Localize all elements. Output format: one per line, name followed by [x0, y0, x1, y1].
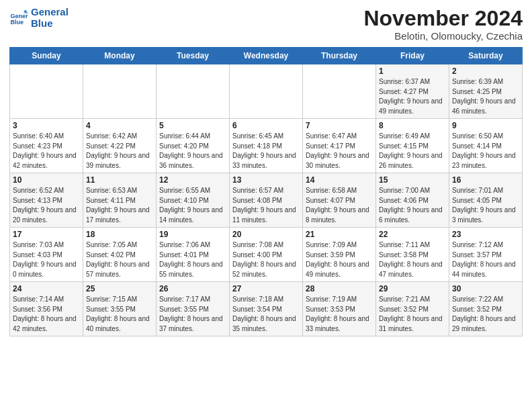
weekday-header-thursday: Thursday: [303, 48, 376, 64]
day-number: 13: [232, 175, 300, 185]
day-number: 5: [159, 121, 226, 130]
day-number: 18: [86, 230, 153, 239]
day-number: 16: [452, 175, 519, 185]
day-number: 1: [379, 66, 446, 76]
day-info: Sunrise: 7:05 AM Sunset: 4:02 PM Dayligh…: [86, 240, 153, 279]
day-info: Sunrise: 6:42 AM Sunset: 4:22 PM Dayligh…: [86, 132, 153, 171]
calendar-subtitle: Belotin, Olomoucky, Czechia: [363, 30, 523, 42]
calendar-cell: [157, 64, 230, 119]
day-number: 15: [379, 175, 446, 185]
day-info: Sunrise: 6:55 AM Sunset: 4:10 PM Dayligh…: [159, 186, 226, 225]
calendar-cell: 22Sunrise: 7:11 AM Sunset: 3:58 PM Dayli…: [376, 228, 449, 282]
day-number: 6: [232, 121, 300, 130]
day-info: Sunrise: 7:11 AM Sunset: 3:58 PM Dayligh…: [379, 240, 446, 279]
calendar-cell: 19Sunrise: 7:06 AM Sunset: 4:01 PM Dayli…: [157, 228, 230, 282]
calendar-cell: 17Sunrise: 7:03 AM Sunset: 4:03 PM Dayli…: [10, 228, 83, 282]
calendar-cell: 12Sunrise: 6:55 AM Sunset: 4:10 PM Dayli…: [157, 173, 230, 228]
weekday-header-sunday: Sunday: [10, 48, 83, 64]
day-number: 24: [13, 284, 80, 293]
calendar-cell: 4Sunrise: 6:42 AM Sunset: 4:22 PM Daylig…: [83, 119, 157, 173]
day-info: Sunrise: 7:15 AM Sunset: 3:55 PM Dayligh…: [86, 295, 153, 334]
header: General Blue General Blue November 2024 …: [9, 7, 523, 42]
day-info: Sunrise: 7:22 AM Sunset: 3:52 PM Dayligh…: [452, 295, 519, 334]
calendar-cell: 7Sunrise: 6:47 AM Sunset: 4:17 PM Daylig…: [303, 119, 376, 173]
calendar-cell: 29Sunrise: 7:21 AM Sunset: 3:52 PM Dayli…: [376, 282, 449, 336]
calendar-week-row: 24Sunrise: 7:14 AM Sunset: 3:56 PM Dayli…: [10, 282, 523, 336]
calendar-cell: 30Sunrise: 7:22 AM Sunset: 3:52 PM Dayli…: [449, 282, 523, 336]
day-number: 12: [159, 175, 226, 185]
calendar-cell: 25Sunrise: 7:15 AM Sunset: 3:55 PM Dayli…: [83, 282, 157, 336]
day-number: 23: [452, 230, 519, 239]
calendar-week-row: 17Sunrise: 7:03 AM Sunset: 4:03 PM Dayli…: [10, 228, 523, 282]
day-info: Sunrise: 7:01 AM Sunset: 4:05 PM Dayligh…: [452, 186, 519, 225]
calendar-title: November 2024: [363, 7, 523, 30]
day-info: Sunrise: 6:49 AM Sunset: 4:15 PM Dayligh…: [379, 132, 446, 171]
day-info: Sunrise: 7:21 AM Sunset: 3:52 PM Dayligh…: [379, 295, 446, 334]
calendar-cell: [83, 64, 157, 119]
day-info: Sunrise: 7:17 AM Sunset: 3:55 PM Dayligh…: [159, 295, 226, 334]
weekday-header-wednesday: Wednesday: [230, 48, 303, 64]
calendar-cell: 23Sunrise: 7:12 AM Sunset: 3:57 PM Dayli…: [449, 228, 523, 282]
weekday-header-friday: Friday: [376, 48, 449, 64]
day-number: 8: [379, 121, 446, 130]
calendar-cell: [303, 64, 376, 119]
title-area: November 2024 Belotin, Olomoucky, Czechi…: [363, 7, 523, 42]
day-number: 11: [86, 175, 153, 185]
day-number: 3: [13, 121, 80, 130]
calendar-cell: 20Sunrise: 7:08 AM Sunset: 4:00 PM Dayli…: [230, 228, 303, 282]
day-number: 25: [86, 284, 153, 293]
day-info: Sunrise: 6:57 AM Sunset: 4:08 PM Dayligh…: [232, 186, 300, 225]
calendar-cell: 27Sunrise: 7:18 AM Sunset: 3:54 PM Dayli…: [230, 282, 303, 336]
calendar-cell: 18Sunrise: 7:05 AM Sunset: 4:02 PM Dayli…: [83, 228, 157, 282]
day-info: Sunrise: 6:37 AM Sunset: 4:27 PM Dayligh…: [379, 77, 446, 116]
calendar-cell: 14Sunrise: 6:58 AM Sunset: 4:07 PM Dayli…: [303, 173, 376, 228]
day-number: 27: [232, 284, 300, 293]
day-info: Sunrise: 7:18 AM Sunset: 3:54 PM Dayligh…: [232, 295, 300, 334]
day-info: Sunrise: 6:47 AM Sunset: 4:17 PM Dayligh…: [306, 132, 373, 171]
calendar-cell: [10, 64, 83, 119]
day-number: 21: [306, 230, 373, 239]
calendar-cell: 3Sunrise: 6:40 AM Sunset: 4:23 PM Daylig…: [10, 119, 83, 173]
weekday-header-monday: Monday: [83, 48, 157, 64]
day-info: Sunrise: 7:08 AM Sunset: 4:00 PM Dayligh…: [232, 240, 300, 279]
calendar-cell: 5Sunrise: 6:44 AM Sunset: 4:20 PM Daylig…: [157, 119, 230, 173]
calendar-cell: 6Sunrise: 6:45 AM Sunset: 4:18 PM Daylig…: [230, 119, 303, 173]
calendar-cell: 24Sunrise: 7:14 AM Sunset: 3:56 PM Dayli…: [10, 282, 83, 336]
calendar-cell: 9Sunrise: 6:50 AM Sunset: 4:14 PM Daylig…: [449, 119, 523, 173]
weekday-header-row: SundayMondayTuesdayWednesdayThursdayFrid…: [10, 48, 523, 64]
day-info: Sunrise: 7:09 AM Sunset: 3:59 PM Dayligh…: [306, 240, 373, 279]
day-number: 20: [232, 230, 300, 239]
day-number: 7: [306, 121, 373, 130]
calendar-cell: 11Sunrise: 6:53 AM Sunset: 4:11 PM Dayli…: [83, 173, 157, 228]
calendar-cell: 21Sunrise: 7:09 AM Sunset: 3:59 PM Dayli…: [303, 228, 376, 282]
logo-icon: General Blue: [9, 9, 28, 28]
weekday-header-saturday: Saturday: [449, 48, 523, 64]
day-number: 30: [452, 284, 519, 293]
day-number: 9: [452, 121, 519, 130]
weekday-header-tuesday: Tuesday: [157, 48, 230, 64]
calendar-week-row: 3Sunrise: 6:40 AM Sunset: 4:23 PM Daylig…: [10, 119, 523, 173]
day-info: Sunrise: 6:52 AM Sunset: 4:13 PM Dayligh…: [13, 186, 80, 225]
calendar-cell: 15Sunrise: 7:00 AM Sunset: 4:06 PM Dayli…: [376, 173, 449, 228]
day-info: Sunrise: 6:58 AM Sunset: 4:07 PM Dayligh…: [306, 186, 373, 225]
day-info: Sunrise: 6:50 AM Sunset: 4:14 PM Dayligh…: [452, 132, 519, 171]
logo: General Blue General Blue: [9, 7, 69, 29]
day-info: Sunrise: 6:39 AM Sunset: 4:25 PM Dayligh…: [452, 77, 519, 116]
logo-line1: General: [31, 7, 69, 18]
day-info: Sunrise: 7:14 AM Sunset: 3:56 PM Dayligh…: [13, 295, 80, 334]
day-number: 22: [379, 230, 446, 239]
day-number: 19: [159, 230, 226, 239]
day-number: 17: [13, 230, 80, 239]
day-number: 14: [306, 175, 373, 185]
page-container: General Blue General Blue November 2024 …: [0, 0, 532, 343]
calendar-week-row: 1Sunrise: 6:37 AM Sunset: 4:27 PM Daylig…: [10, 64, 523, 119]
calendar-cell: [230, 64, 303, 119]
day-number: 28: [306, 284, 373, 293]
calendar-cell: 2Sunrise: 6:39 AM Sunset: 4:25 PM Daylig…: [449, 64, 523, 119]
day-info: Sunrise: 6:53 AM Sunset: 4:11 PM Dayligh…: [86, 186, 153, 225]
day-info: Sunrise: 7:06 AM Sunset: 4:01 PM Dayligh…: [159, 240, 226, 279]
day-info: Sunrise: 7:12 AM Sunset: 3:57 PM Dayligh…: [452, 240, 519, 279]
day-number: 4: [86, 121, 153, 130]
calendar-cell: 16Sunrise: 7:01 AM Sunset: 4:05 PM Dayli…: [449, 173, 523, 228]
svg-text:Blue: Blue: [10, 19, 24, 26]
